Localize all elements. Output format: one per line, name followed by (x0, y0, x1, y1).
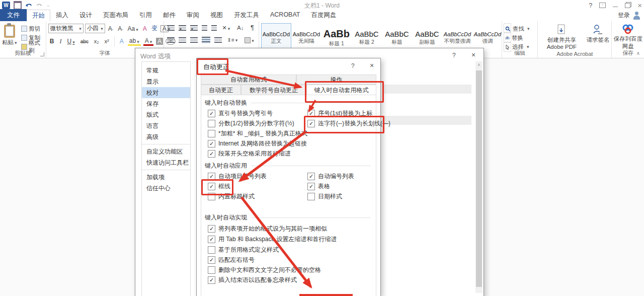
align-right-icon[interactable] (190, 37, 198, 43)
tab-file[interactable]: 文件 (0, 9, 27, 21)
find-button[interactable]: 查找 (505, 24, 530, 33)
paste-button[interactable]: 粘贴 (2, 22, 17, 46)
checkbox-remove-spaces[interactable]: 删除中文和西文文字之间不必要的空格 (208, 266, 321, 274)
minimize-icon[interactable] (613, 7, 618, 7)
sidebar-item-addins[interactable]: 加载项 (142, 172, 190, 183)
tab-insert[interactable]: 插入 (50, 9, 74, 21)
sidebar-item-save[interactable]: 保存 (142, 98, 190, 109)
tab-actions[interactable]: 操作 (296, 75, 376, 85)
collapse-ribbon-icon[interactable]: ∧ (636, 50, 640, 56)
underline-button[interactable]: U (65, 38, 76, 45)
tab-view[interactable]: 视图 (205, 9, 228, 21)
checkbox-bold-italic[interactable]: *加粗* 和 _倾斜_ 替换为真正格式 (208, 129, 307, 138)
font-size-combo[interactable]: 小四 (85, 24, 105, 33)
checkbox-auto-numbered-lists[interactable]: 自动编号列表 (307, 172, 354, 181)
italic-button[interactable]: I (58, 38, 63, 45)
asian-layout-icon[interactable]: ✕ (221, 25, 232, 31)
change-case-button[interactable]: Aa (126, 25, 140, 32)
save-to-baidu-button[interactable]: 保存到百度网盘 (613, 21, 643, 50)
sign-in[interactable]: 登录 (618, 11, 641, 20)
phonetic-guide-icon[interactable]: 变 (150, 24, 159, 33)
align-center-icon[interactable] (179, 37, 186, 43)
sidebar-item-display[interactable]: 显示 (142, 76, 190, 87)
request-signature-button[interactable]: 请求签名 (584, 21, 611, 50)
scrollbar-thumb[interactable] (476, 70, 482, 287)
close-icon[interactable]: × (637, 1, 642, 10)
sidebar-item-advanced[interactable]: 高级 (142, 131, 190, 142)
sort-icon[interactable]: A↓ (235, 25, 245, 31)
sidebar-item-customize-ribbon[interactable]: 自定义功能区 (142, 146, 190, 157)
options-scrollbar[interactable]: ˄ (475, 61, 482, 293)
distribute-icon[interactable] (214, 37, 222, 43)
scroll-up-icon[interactable]: ˄ (475, 62, 482, 67)
clear-formatting-icon[interactable]: A (141, 25, 148, 32)
shrink-font-button[interactable]: Aˇ (116, 25, 124, 32)
checkbox-border-lines[interactable]: 框线 (208, 182, 230, 191)
highlight-color-icon[interactable]: ab (128, 37, 141, 46)
help-icon[interactable]: ? (589, 2, 593, 9)
autocorrect-help-icon[interactable]: ? (351, 62, 355, 69)
word-options-help-icon[interactable]: ? (452, 52, 456, 59)
sidebar-item-quick-access-toolbar[interactable]: 快速访问工具栏 (142, 157, 190, 168)
create-share-pdf-button[interactable]: 创建并共享 Adobe PDF (539, 21, 584, 50)
tab-baidu-pan[interactable]: 百度网盘 (306, 9, 342, 21)
checkbox-straight-quotes[interactable]: 直引号替换为弯引号 (208, 109, 273, 118)
increase-indent-icon[interactable] (211, 25, 217, 31)
multilevel-list-icon[interactable] (190, 25, 198, 31)
tab-autoformat-as-you-type[interactable]: 键入时自动套用格式 (306, 85, 376, 95)
checkbox-match-brackets[interactable]: 匹配左右括号 (208, 256, 255, 264)
cut-button[interactable]: 剪切 (21, 24, 46, 33)
sidebar-item-general[interactable]: 常规 (142, 65, 190, 76)
justify-icon[interactable] (202, 37, 210, 43)
checkbox-ordinals-superscript[interactable]: 序号(1st)替换为上标 (307, 109, 372, 118)
text-effects-icon[interactable]: A (118, 38, 125, 45)
sidebar-item-trust-center[interactable]: 信任中心 (142, 183, 190, 194)
shading-icon[interactable] (243, 37, 256, 43)
checkbox-internet-paths[interactable]: Internet 及网络路径替换为超链接 (208, 139, 307, 148)
sidebar-item-typography[interactable]: 版式 (142, 109, 190, 120)
checkbox-builtin-heading-styles[interactable]: 内置标题样式 (208, 192, 255, 201)
sidebar-item-language[interactable]: 语言 (142, 120, 190, 131)
checkbox-format-list-item-like-previous[interactable]: 将列表项开始的格式设为与其前一项相似 (208, 225, 327, 233)
tab-mailings[interactable]: 邮件 (157, 9, 181, 21)
word-options-close-icon[interactable]: × (471, 51, 475, 59)
tab-developer[interactable]: 开发工具 (228, 9, 265, 21)
clipboard-dialog-launcher-icon[interactable] (40, 52, 44, 56)
checkbox-define-styles[interactable]: 基于所用格式定义样式 (208, 246, 279, 254)
checkbox-tables[interactable]: 表格 (307, 182, 330, 191)
tab-references[interactable]: 引用 (134, 9, 157, 21)
replace-button[interactable]: ab 替换 (505, 33, 530, 42)
show-marks-icon[interactable]: ¶ (249, 24, 255, 31)
superscript-button[interactable]: x² (103, 38, 111, 44)
tab-review[interactable]: 审阅 (181, 9, 205, 21)
checkbox-insert-closing[interactable]: 插入结束语以匹配备忘录样式 (208, 276, 297, 284)
checkbox-date-style[interactable]: 日期样式 (307, 192, 342, 201)
checkbox-tab-backspace-indent[interactable]: 用 Tab 和 Backspace 设置左缩进和首行缩进 (208, 235, 337, 244)
tab-math-autocorrect[interactable]: 数学符号自动更正 (241, 85, 306, 95)
tab-autocorrect[interactable]: 自动更正 (201, 85, 241, 95)
subscript-button[interactable]: x₂ (93, 38, 101, 44)
bold-button[interactable]: B (48, 38, 56, 45)
tab-autoformat[interactable]: 自动套用格式 (201, 75, 296, 85)
checkbox-first-line-indent[interactable]: 段落开头空格采用首行缩进 (208, 150, 291, 158)
numbering-icon[interactable] (179, 25, 186, 31)
decrease-indent-icon[interactable] (202, 25, 207, 31)
font-name-combo[interactable]: 微软雅黑 (48, 24, 84, 33)
autocorrect-close-icon[interactable]: × (370, 61, 374, 69)
character-shading-icon[interactable]: A (156, 38, 163, 45)
ribbon-display-options-icon[interactable]: ↑ (599, 3, 606, 8)
sidebar-item-proofing[interactable]: 校对 (142, 87, 190, 98)
checkbox-auto-bulleted-lists[interactable]: 自动项目符号列表 (208, 172, 267, 181)
font-color-icon[interactable]: A (143, 37, 154, 46)
align-left-icon[interactable] (167, 37, 175, 43)
restore-icon[interactable] (625, 3, 630, 8)
bullets-icon[interactable] (167, 25, 175, 31)
tab-home[interactable]: 开始 (27, 10, 50, 21)
tab-page-layout[interactable]: 页面布局 (98, 9, 134, 21)
checkbox-fractions[interactable]: 分数(1/2)替换为分数字符(½) (208, 119, 294, 128)
tab-acrobat[interactable]: ACROBAT (265, 9, 306, 21)
tab-design[interactable]: 设计 (74, 9, 98, 21)
strikethrough-button[interactable]: abc (79, 39, 90, 44)
line-spacing-icon[interactable]: ⇕≡ (226, 37, 239, 43)
grow-font-button[interactable]: Aˆ (107, 25, 115, 32)
